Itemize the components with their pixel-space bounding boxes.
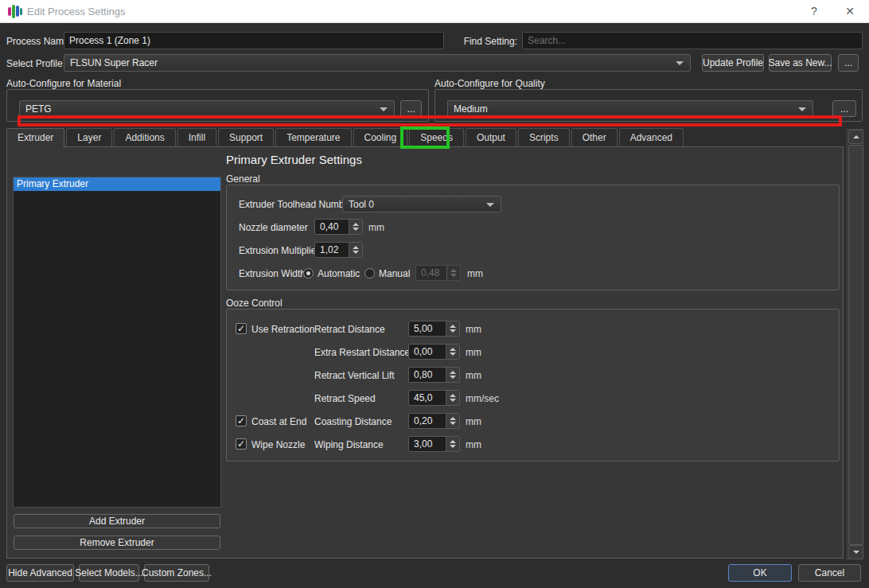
wiping-distance-unit: mm	[466, 439, 481, 450]
scroll-down-icon	[853, 551, 859, 554]
use-retraction-label[interactable]: Use Retraction	[251, 324, 314, 335]
toolhead-combo[interactable]: Tool 0	[342, 196, 501, 212]
spinner-arrows[interactable]	[446, 391, 459, 405]
scroll-up-icon	[853, 135, 859, 138]
coasting-distance-value: 0,20	[409, 414, 446, 428]
extra-restart-distance-spinner[interactable]: 0,00	[408, 344, 460, 360]
retract-vertical-lift-spinner[interactable]: 0,80	[408, 367, 460, 383]
tab-speeds[interactable]: Speeds	[409, 128, 464, 146]
tab-advanced[interactable]: Advanced	[619, 128, 684, 146]
tab-infill[interactable]: Infill	[177, 128, 216, 146]
nozzle-diameter-label: Nozzle diameter	[239, 222, 308, 233]
tab-output[interactable]: Output	[466, 128, 516, 146]
spinner-up-icon[interactable]	[353, 223, 359, 226]
custom-zones-button[interactable]: Custom Zones...	[144, 564, 209, 582]
tab-support[interactable]: Support	[218, 128, 274, 146]
retract-speed-spinner[interactable]: 45,0	[408, 390, 460, 406]
tab-temperature[interactable]: Temperature	[275, 128, 351, 146]
extrusion-width-automatic-radio[interactable]	[303, 268, 314, 278]
spinner-down-icon[interactable]	[353, 251, 359, 254]
tab-additions[interactable]: Additions	[114, 128, 175, 146]
material-combo-value: PETG	[25, 103, 52, 115]
list-item-primary-extruder[interactable]: Primary Extruder	[14, 177, 220, 191]
retract-distance-value: 5,00	[409, 321, 446, 336]
wipe-nozzle-label[interactable]: Wipe Nozzle	[251, 439, 305, 450]
spinner-up-icon[interactable]	[450, 371, 456, 374]
close-button[interactable]: ✕	[840, 4, 860, 18]
extrusion-width-value: 0,48	[416, 266, 446, 280]
retract-distance-spinner[interactable]: 5,00	[408, 321, 460, 337]
spinner-down-icon[interactable]	[353, 228, 359, 231]
spinner-down-icon[interactable]	[450, 422, 456, 425]
extrusion-multiplier-spinner[interactable]: 1,02	[314, 242, 363, 258]
ok-button[interactable]: OK	[728, 564, 792, 582]
spinner-arrows[interactable]	[446, 321, 459, 336]
extrusion-width-spinner: 0,48	[415, 265, 461, 281]
toolhead-number-label: Extruder Toolhead Number	[239, 199, 353, 210]
scrollbar-down-button[interactable]	[848, 545, 863, 559]
hide-advanced-button[interactable]: Hide Advanced	[6, 564, 74, 582]
material-combo[interactable]: PETG	[19, 100, 395, 117]
spinner-down-icon[interactable]	[450, 399, 456, 402]
extrusion-width-manual-label[interactable]: Manual	[379, 268, 410, 279]
use-retraction-checkbox[interactable]: ✓	[236, 323, 247, 334]
coast-at-end-checkbox[interactable]: ✓	[236, 415, 247, 426]
add-extruder-button[interactable]: Add Extruder	[14, 514, 220, 528]
coasting-distance-spinner[interactable]: 0,20	[408, 413, 460, 429]
nozzle-diameter-spinner[interactable]: 0,40	[314, 219, 363, 235]
wipe-nozzle-checkbox[interactable]: ✓	[236, 438, 247, 450]
quality-combo[interactable]: Medium	[447, 100, 813, 117]
tab-scripts[interactable]: Scripts	[518, 128, 570, 146]
app-logo-icon	[8, 4, 22, 18]
process-name-input[interactable]	[64, 32, 444, 49]
scrollbar-up-button[interactable]	[848, 130, 863, 144]
spinner-arrows[interactable]	[349, 220, 362, 234]
spinner-arrows[interactable]	[446, 437, 459, 451]
select-models-button[interactable]: Select Models...	[79, 564, 139, 582]
spinner-down-icon[interactable]	[450, 329, 456, 333]
spinner-arrows[interactable]	[446, 414, 459, 428]
save-as-new-button[interactable]: Save as New...	[769, 54, 832, 72]
spinner-up-icon[interactable]	[450, 417, 456, 420]
remove-extruder-button[interactable]: Remove Extruder	[14, 535, 220, 550]
title-bar: Edit Process Settings ? ✕	[0, 0, 869, 23]
auto-configure-material-label: Auto-Configure for Material	[6, 78, 121, 89]
wiping-distance-spinner[interactable]: 3,00	[408, 436, 460, 452]
scrollbar-thumb[interactable]	[848, 145, 863, 545]
select-profile-label: Select Profile	[6, 58, 63, 69]
extrusion-width-manual-radio[interactable]	[364, 268, 375, 278]
spinner-up-icon[interactable]	[353, 246, 359, 249]
tab-other[interactable]: Other	[571, 128, 618, 146]
extra-restart-distance-unit: mm	[466, 347, 481, 358]
profile-combo[interactable]: FLSUN Super Racer	[64, 54, 691, 72]
spinner-up-icon[interactable]	[450, 394, 456, 397]
profile-more-button[interactable]: ...	[838, 54, 859, 72]
spinner-down-icon[interactable]	[450, 445, 456, 448]
spinner-arrows[interactable]	[446, 368, 459, 382]
extra-restart-distance-value: 0,00	[409, 345, 446, 359]
spinner-down-icon[interactable]	[450, 376, 456, 379]
cancel-button[interactable]: Cancel	[798, 564, 861, 582]
tab-cooling[interactable]: Cooling	[353, 128, 408, 146]
extrusion-width-automatic-label[interactable]: Automatic	[318, 268, 360, 279]
retract-speed-value: 45,0	[409, 391, 446, 405]
spinner-arrows[interactable]	[349, 243, 362, 257]
spinner-up-icon[interactable]	[450, 325, 456, 328]
help-button[interactable]: ?	[804, 4, 824, 18]
coast-at-end-label[interactable]: Coast at End	[251, 416, 306, 427]
settings-tab-bar: Extruder Layer Additions Infill Support …	[6, 128, 685, 147]
material-more-button[interactable]: ...	[400, 100, 422, 117]
quality-more-button[interactable]: ...	[832, 100, 856, 117]
tab-layer[interactable]: Layer	[66, 128, 112, 146]
find-setting-search-input[interactable]	[522, 32, 863, 49]
process-name-label: Process Name	[6, 36, 69, 47]
spinner-arrows[interactable]	[446, 345, 459, 359]
spinner-down-icon[interactable]	[450, 352, 456, 356]
tab-extruder[interactable]: Extruder	[6, 128, 64, 148]
spinner-up-icon[interactable]	[450, 348, 456, 351]
update-profile-button[interactable]: Update Profile	[702, 54, 764, 72]
spinner-up-icon[interactable]	[450, 440, 456, 443]
retract-vertical-lift-label: Retract Vertical Lift	[314, 370, 395, 381]
extrusion-multiplier-label: Extrusion Multiplier	[239, 245, 319, 256]
retract-vertical-lift-value: 0,80	[409, 368, 446, 382]
